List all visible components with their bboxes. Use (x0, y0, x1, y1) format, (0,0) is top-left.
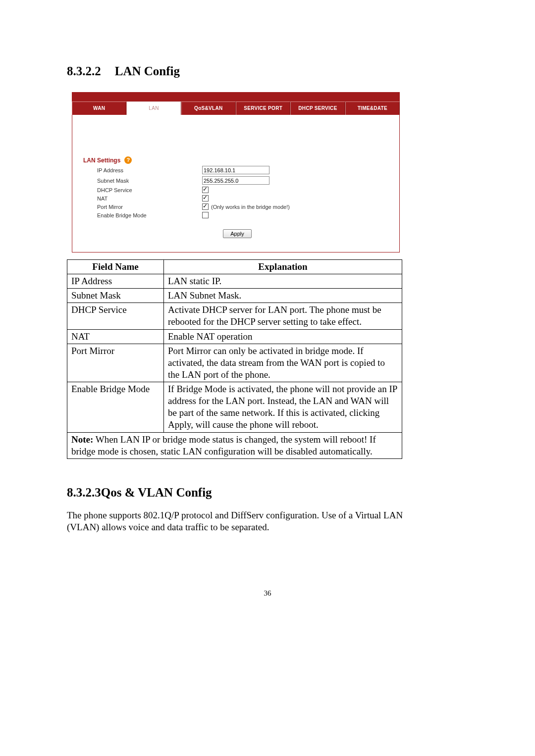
table-row: Enable Bridge Mode If Bridge Mode is act… (67, 382, 402, 433)
th-explanation: Explanation (164, 260, 402, 274)
lan-settings-header: LAN Settings ? (83, 156, 391, 164)
nat-label: NAT (83, 196, 202, 202)
cell-explanation: Enable NAT operation (164, 329, 402, 344)
cell-explanation: LAN Subnet Mask. (164, 289, 402, 303)
page-number: 36 (0, 589, 535, 598)
cell-explanation: Activate DHCP server for LAN port. The p… (164, 303, 402, 329)
port-mirror-checkbox[interactable] (202, 203, 209, 210)
table-row: Subnet Mask LAN Subnet Mask. (67, 289, 402, 303)
qos-vlan-paragraph: The phone supports 802.1Q/P protocol and… (67, 509, 404, 534)
explanation-table: Field Name Explanation IP Address LAN st… (67, 259, 402, 459)
cell-field: DHCP Service (67, 303, 164, 329)
cell-field: Enable Bridge Mode (67, 382, 164, 433)
tab-qos-vlan[interactable]: QoS&VLAN (181, 101, 236, 115)
tab-dhcp-service[interactable]: DHCP SERVICE (290, 101, 345, 115)
cell-field: NAT (67, 329, 164, 344)
apply-button[interactable]: Apply (223, 229, 252, 238)
table-row-note: Note: When LAN IP or bridge mode status … (67, 432, 402, 458)
cell-explanation: If Bridge Mode is activated, the phone w… (164, 382, 402, 433)
note-text: When LAN IP or bridge mode status is cha… (71, 434, 376, 456)
enable-bridge-mode-label: Enable Bridge Mode (83, 212, 202, 218)
cell-field: IP Address (67, 274, 164, 289)
lan-settings-label: LAN Settings (83, 157, 120, 164)
table-row: DHCP Service Activate DHCP server for LA… (67, 303, 402, 329)
section-number: 8.3.2.2 (67, 64, 101, 78)
dhcp-service-label: DHCP Service (83, 187, 202, 193)
port-mirror-label: Port Mirror (83, 204, 202, 210)
ip-address-input[interactable] (202, 166, 269, 174)
cell-field: Subnet Mask (67, 289, 164, 303)
router-ui-screenshot: WAN LAN QoS&VLAN SERVICE PORT DHCP SERVI… (72, 92, 400, 252)
table-row: IP Address LAN static IP. (67, 274, 402, 289)
tab-lan[interactable]: LAN (126, 101, 181, 115)
subnet-mask-label: Subnet Mask (83, 178, 202, 184)
tab-time-date[interactable]: TIME&DATE (345, 101, 400, 115)
dhcp-service-checkbox[interactable] (202, 187, 209, 193)
ip-address-label: IP Address (83, 167, 202, 173)
section-heading-qos-vlan: 8.3.2.3Qos & VLAN Config (67, 486, 471, 500)
table-row: Port Mirror Port Mirror can only be acti… (67, 344, 402, 382)
cell-note: Note: When LAN IP or bridge mode status … (67, 432, 402, 458)
tab-wan[interactable]: WAN (72, 101, 126, 115)
cell-field: Port Mirror (67, 344, 164, 382)
table-row: NAT Enable NAT operation (67, 329, 402, 344)
nat-checkbox[interactable] (202, 195, 209, 202)
section-heading-lan-config: 8.3.2.2LAN Config (67, 64, 471, 78)
note-bold: Note: (71, 434, 93, 445)
tab-service-port[interactable]: SERVICE PORT (236, 101, 290, 115)
cell-explanation: Port Mirror can only be activated in bri… (164, 344, 402, 382)
help-icon[interactable]: ? (124, 156, 132, 164)
th-field-name: Field Name (67, 260, 164, 274)
cell-explanation: LAN static IP. (164, 274, 402, 289)
section-number: 8.3.2.3 (67, 486, 101, 499)
section-title: LAN Config (115, 64, 180, 78)
section-title: Qos & VLAN Config (101, 486, 212, 499)
enable-bridge-mode-checkbox[interactable] (202, 212, 209, 218)
port-mirror-note: (Only works in the bridge mode!) (211, 204, 290, 210)
router-tabbar: WAN LAN QoS&VLAN SERVICE PORT DHCP SERVI… (72, 92, 400, 115)
subnet-mask-input[interactable] (202, 176, 269, 185)
